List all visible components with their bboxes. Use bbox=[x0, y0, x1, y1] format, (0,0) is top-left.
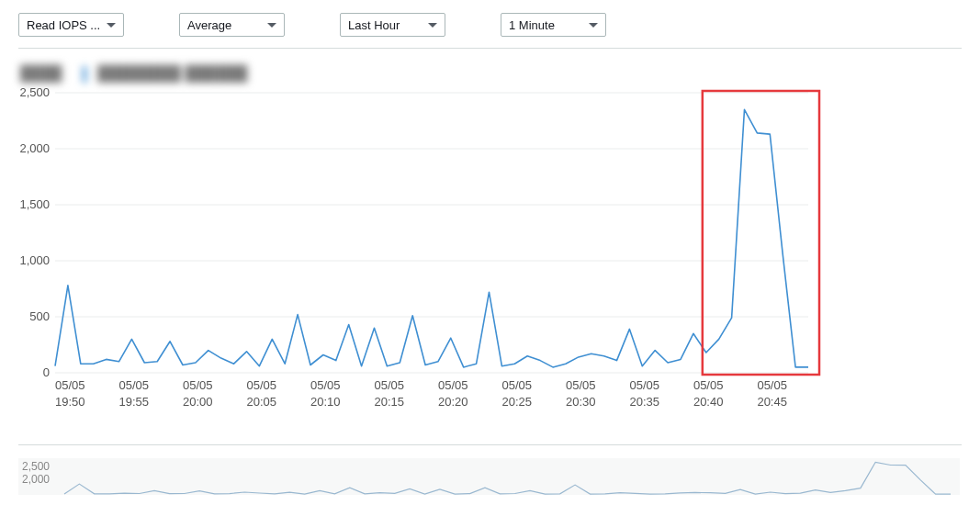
legend-item-1-label: ████ bbox=[20, 65, 62, 81]
chevron-down-icon bbox=[428, 23, 437, 28]
svg-text:05/05: 05/05 bbox=[310, 378, 341, 392]
svg-text:05/05: 05/05 bbox=[118, 378, 149, 392]
svg-text:05/05: 05/05 bbox=[629, 378, 659, 392]
main-chart: 05001,0001,5002,0002,50005/0519:5005/051… bbox=[18, 88, 960, 419]
mini-chart-yticks: 2,500 2,000 bbox=[22, 460, 50, 486]
svg-text:05/05: 05/05 bbox=[183, 378, 213, 392]
chevron-down-icon bbox=[589, 23, 598, 28]
svg-text:1,000: 1,000 bbox=[19, 253, 50, 267]
svg-text:05/05: 05/05 bbox=[501, 378, 532, 392]
svg-text:19:55: 19:55 bbox=[118, 395, 149, 409]
period-select[interactable]: 1 Minute bbox=[501, 13, 606, 37]
svg-text:2,000: 2,000 bbox=[19, 141, 50, 155]
svg-text:500: 500 bbox=[29, 309, 50, 323]
chevron-down-icon bbox=[107, 23, 116, 28]
svg-text:0: 0 bbox=[43, 365, 50, 379]
svg-text:20:00: 20:00 bbox=[183, 395, 213, 409]
svg-text:05/05: 05/05 bbox=[757, 378, 787, 392]
svg-text:2,500: 2,500 bbox=[19, 88, 50, 99]
svg-text:1,500: 1,500 bbox=[19, 197, 50, 211]
toolbar: Read IOPS ... Average Last Hour 1 Minute bbox=[18, 9, 962, 49]
metric-select-label: Read IOPS ... bbox=[27, 18, 100, 32]
period-select-label: 1 Minute bbox=[509, 18, 555, 32]
metric-select[interactable]: Read IOPS ... bbox=[18, 13, 124, 37]
svg-text:20:20: 20:20 bbox=[438, 395, 468, 409]
mini-chart-svg bbox=[18, 458, 960, 495]
svg-text:19:50: 19:50 bbox=[55, 395, 85, 409]
range-select-label: Last Hour bbox=[348, 18, 400, 32]
svg-text:05/05: 05/05 bbox=[374, 378, 404, 392]
svg-text:20:15: 20:15 bbox=[374, 395, 404, 409]
svg-text:20:40: 20:40 bbox=[693, 395, 724, 409]
svg-text:20:25: 20:25 bbox=[501, 395, 532, 409]
svg-text:20:35: 20:35 bbox=[629, 395, 659, 409]
range-select[interactable]: Last Hour bbox=[340, 13, 445, 37]
svg-text:05/05: 05/05 bbox=[55, 378, 85, 392]
svg-text:20:30: 20:30 bbox=[566, 395, 596, 409]
svg-text:20:45: 20:45 bbox=[757, 395, 787, 409]
legend-item-2-label: ████████ ██████ bbox=[97, 65, 247, 81]
mini-chart-panel: 2,500 2,000 bbox=[18, 444, 962, 495]
legend-swatch bbox=[83, 66, 86, 83]
statistic-select-label: Average bbox=[187, 18, 231, 32]
svg-text:05/05: 05/05 bbox=[438, 378, 468, 392]
svg-text:05/05: 05/05 bbox=[566, 378, 596, 392]
svg-text:20:05: 20:05 bbox=[246, 395, 276, 409]
chevron-down-icon bbox=[267, 23, 276, 28]
chart-legend: ████ ████████ ██████ bbox=[20, 65, 962, 83]
svg-text:05/05: 05/05 bbox=[246, 378, 276, 392]
svg-text:20:10: 20:10 bbox=[310, 395, 341, 409]
statistic-select[interactable]: Average bbox=[179, 13, 285, 37]
mini-chart[interactable]: 2,500 2,000 bbox=[18, 458, 960, 495]
chart-svg: 05001,0001,5002,0002,50005/0519:5005/051… bbox=[18, 88, 960, 419]
svg-text:05/05: 05/05 bbox=[693, 378, 724, 392]
